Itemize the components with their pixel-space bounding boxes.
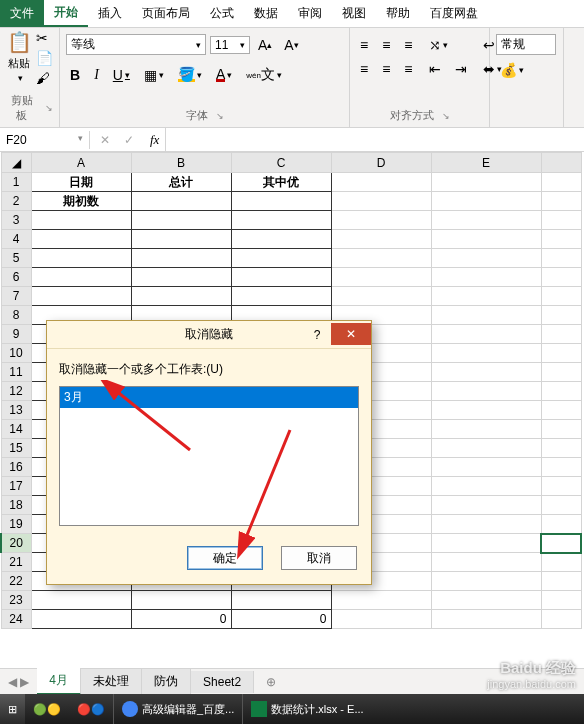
cell[interactable]: 0 (231, 610, 331, 629)
cell[interactable] (31, 287, 131, 306)
cell[interactable] (331, 610, 431, 629)
ok-button[interactable]: 确定 (187, 546, 263, 570)
increase-font-icon[interactable]: A▴ (254, 36, 276, 54)
format-painter-icon[interactable]: 🖌 (36, 70, 53, 86)
dialog-launcher-icon[interactable]: ↘ (442, 111, 450, 121)
cell[interactable]: 0 (131, 610, 231, 629)
cell[interactable] (431, 420, 541, 439)
cell[interactable] (31, 268, 131, 287)
formula-input[interactable] (165, 128, 584, 151)
row-header[interactable]: 22 (1, 572, 31, 591)
cell[interactable] (431, 496, 541, 515)
row-header[interactable]: 4 (1, 230, 31, 249)
cell[interactable] (131, 287, 231, 306)
cell[interactable] (541, 363, 581, 382)
cell[interactable] (431, 572, 541, 591)
font-size-combo[interactable]: 11▾ (210, 36, 250, 54)
cell[interactable] (231, 230, 331, 249)
cell[interactable] (431, 192, 541, 211)
cell[interactable] (541, 477, 581, 496)
cell[interactable] (431, 534, 541, 553)
row-header[interactable]: 21 (1, 553, 31, 572)
active-cell[interactable] (541, 534, 581, 553)
cell[interactable] (541, 401, 581, 420)
cell[interactable] (541, 382, 581, 401)
row-header[interactable]: 10 (1, 344, 31, 363)
orientation-icon[interactable]: ⤭▾ (425, 36, 452, 54)
cell[interactable] (431, 458, 541, 477)
row-header[interactable]: 11 (1, 363, 31, 382)
align-middle-icon[interactable]: ≡ (378, 36, 394, 54)
cell[interactable] (331, 230, 431, 249)
cell[interactable] (331, 211, 431, 230)
tab-baidu[interactable]: 百度网盘 (420, 0, 488, 27)
list-item[interactable]: 3月 (60, 387, 358, 408)
cell[interactable] (131, 230, 231, 249)
taskbar-app-excel[interactable]: 数据统计.xlsx - E... (242, 694, 371, 724)
cell[interactable] (231, 192, 331, 211)
cell[interactable] (431, 306, 541, 325)
cell[interactable] (541, 211, 581, 230)
select-all-corner[interactable]: ◢ (1, 153, 31, 173)
cell[interactable] (541, 306, 581, 325)
tab-file[interactable]: 文件 (0, 0, 44, 27)
cell[interactable] (331, 287, 431, 306)
decrease-font-icon[interactable]: A▾ (280, 36, 302, 54)
cell[interactable] (431, 477, 541, 496)
row-header[interactable]: 5 (1, 249, 31, 268)
row-header[interactable]: 20 (1, 534, 31, 553)
row-header[interactable]: 18 (1, 496, 31, 515)
sheet-nav[interactable]: ◀ ▶ (0, 675, 37, 689)
col-header-E[interactable]: E (431, 153, 541, 173)
cell[interactable] (431, 610, 541, 629)
cell[interactable] (131, 591, 231, 610)
start-button[interactable]: ⊞ (0, 694, 25, 724)
cell[interactable] (431, 249, 541, 268)
cell[interactable] (541, 173, 581, 192)
cell[interactable]: 总计 (131, 173, 231, 192)
fx-icon[interactable]: fx (144, 132, 165, 148)
sheet-tab-unprocessed[interactable]: 未处理 (81, 669, 142, 694)
cell[interactable] (331, 591, 431, 610)
align-left-icon[interactable]: ≡ (356, 60, 372, 78)
indent-decrease-icon[interactable]: ⇤ (425, 60, 445, 78)
help-icon[interactable]: ? (303, 328, 331, 342)
cell[interactable] (541, 515, 581, 534)
cell[interactable] (31, 211, 131, 230)
italic-button[interactable]: I (90, 66, 103, 84)
taskbar-pinned[interactable]: 🔴🔵 (69, 694, 113, 724)
tab-review[interactable]: 审阅 (288, 0, 332, 27)
cell[interactable] (231, 287, 331, 306)
cell[interactable] (231, 249, 331, 268)
font-color-button[interactable]: A▾ (212, 68, 236, 83)
underline-button[interactable]: U▾ (109, 66, 134, 84)
col-header-B[interactable]: B (131, 153, 231, 173)
cell[interactable] (431, 268, 541, 287)
row-header[interactable]: 23 (1, 591, 31, 610)
border-button[interactable]: ▦▾ (140, 66, 168, 84)
cell[interactable] (541, 553, 581, 572)
taskbar-app-chrome[interactable]: 高级编辑器_百度... (113, 694, 242, 724)
cell[interactable] (231, 211, 331, 230)
bold-button[interactable]: B (66, 66, 84, 84)
cell[interactable] (431, 439, 541, 458)
sheet-listbox[interactable]: 3月 (59, 386, 359, 526)
cell[interactable] (541, 591, 581, 610)
col-header-A[interactable]: A (31, 153, 131, 173)
col-header-C[interactable]: C (231, 153, 331, 173)
sheet-tab-sheet2[interactable]: Sheet2 (191, 671, 254, 693)
cell[interactable] (331, 173, 431, 192)
cell[interactable] (231, 591, 331, 610)
cell[interactable] (541, 268, 581, 287)
row-header[interactable]: 19 (1, 515, 31, 534)
cell[interactable] (31, 610, 131, 629)
cell[interactable] (131, 192, 231, 211)
sheet-tab-anticounterfeit[interactable]: 防伪 (142, 669, 191, 694)
col-header-F[interactable] (541, 153, 581, 173)
row-header[interactable]: 16 (1, 458, 31, 477)
sheet-tab-april[interactable]: 4月 (37, 668, 81, 695)
row-header[interactable]: 8 (1, 306, 31, 325)
cell[interactable] (541, 439, 581, 458)
cell[interactable] (431, 515, 541, 534)
name-box[interactable]: F20 (0, 131, 90, 149)
